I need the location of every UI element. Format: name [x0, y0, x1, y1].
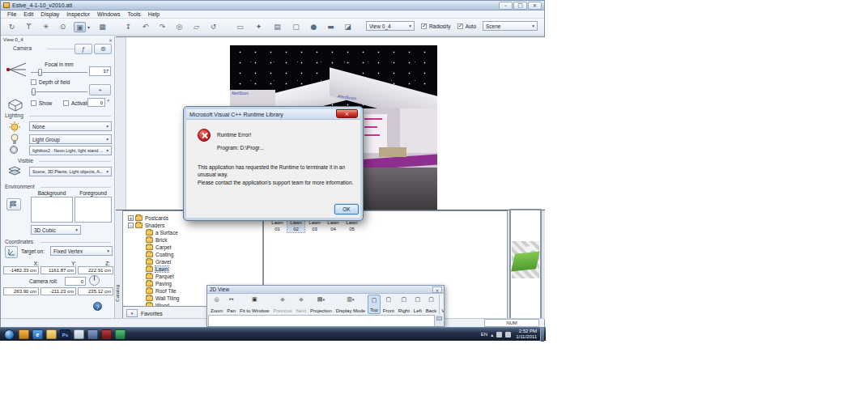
view2d-partial-button[interactable]: V	[439, 295, 445, 314]
menu-windows[interactable]: Windows	[97, 11, 120, 17]
y-position-field[interactable]: 1161.87 cm	[40, 266, 76, 274]
photoshop-app-icon[interactable]: Ps	[60, 329, 70, 339]
favorites-dropdown[interactable]: ▾	[126, 309, 138, 317]
dof-checkbox[interactable]: Depth of field	[31, 79, 70, 85]
ok-button[interactable]: OK	[334, 204, 359, 214]
z-target-field[interactable]: 235.12 cm	[78, 287, 113, 295]
scene-dropdown[interactable]: Scene ▾	[483, 21, 538, 31]
tree-item-gravel[interactable]: Gravel	[146, 258, 171, 265]
favorites-label[interactable]: Favorites	[141, 311, 163, 316]
view2d-right-button[interactable]: ▢Right	[397, 295, 411, 314]
mapping-dropdown[interactable]: 3D Cubic ▾	[31, 225, 81, 235]
show-checkbox[interactable]: Show	[31, 100, 52, 106]
marquee-icon[interactable]: ▭	[234, 22, 246, 32]
target-dropdown[interactable]: Fixed Vertex ▾	[50, 246, 113, 256]
foreground-swatch[interactable]	[74, 197, 112, 223]
tree-item-carpet[interactable]: Carpet	[146, 244, 172, 251]
visible-dropdown[interactable]: Scene, 3D Plants, Light objects, A... ▾	[29, 167, 112, 176]
tree-item-paving[interactable]: Paving	[146, 280, 172, 287]
tree-item-wall-tiling[interactable]: Wall Tiling	[146, 295, 179, 302]
dialog-title-bar[interactable]: Microsoft Visual C++ Runtime Library	[186, 109, 360, 120]
view2d-fit-button[interactable]: ▣Fit to Window	[238, 295, 270, 314]
view2d-projection-button[interactable]: ▤▾Projection	[308, 295, 334, 314]
camera-caret-icon[interactable]: ▾	[87, 24, 90, 30]
mail-app-icon[interactable]	[19, 329, 29, 339]
view2d-next-button[interactable]: ◆Next	[295, 295, 308, 314]
screen-icon[interactable]: ▬	[325, 22, 337, 32]
sunlight-dropdown[interactable]: None ▾	[29, 121, 112, 131]
view-dropdown[interactable]: View 0_4 ▾	[366, 21, 415, 31]
activate-checkbox[interactable]: Activate	[63, 100, 90, 106]
view2d-back-button[interactable]: ▢Back	[424, 295, 438, 314]
clock-icon[interactable]: ⊙	[57, 22, 69, 32]
folder-app-icon[interactable]	[46, 329, 57, 339]
tree-item-roof-tile[interactable]: Roof Tile	[146, 287, 177, 295]
render-icon[interactable]: ▱	[190, 22, 202, 32]
refresh-icon[interactable]: ↺	[207, 22, 219, 32]
expander-icon[interactable]: −	[128, 223, 134, 228]
tree-item-brick[interactable]: Brick	[146, 236, 167, 244]
sun-icon[interactable]: ☀	[40, 22, 52, 32]
focal-value-field[interactable]: 37	[89, 66, 111, 76]
tree-item-a-surface[interactable]: a Surface	[146, 229, 178, 236]
camera-settings-button[interactable]: ⊚	[94, 44, 112, 54]
tree-item-parquet[interactable]: Parquet	[146, 273, 174, 280]
x-target-field[interactable]: 263.90 cm	[3, 287, 39, 295]
auto-checkbox[interactable]: Auto	[457, 23, 476, 29]
expander-icon[interactable]: +	[128, 215, 134, 221]
help-button[interactable]: ?	[93, 302, 102, 311]
axis-button[interactable]	[5, 246, 18, 258]
view2d-close-button[interactable]: ×	[432, 287, 442, 293]
minimize-button[interactable]: –	[499, 2, 513, 10]
tree-item-shaders[interactable]: − Shaders	[128, 222, 164, 229]
focal-slider[interactable]	[31, 69, 87, 76]
pan-icon[interactable]: ↕	[122, 22, 134, 32]
panel-gutter[interactable]	[116, 37, 126, 210]
tray-expand-icon[interactable]: ▴	[491, 332, 493, 337]
clock[interactable]: 2:52 PM 1/11/2011	[516, 329, 537, 340]
view2d-canvas[interactable]	[208, 315, 435, 327]
environment-button[interactable]	[6, 198, 21, 210]
document-app-icon[interactable]	[74, 329, 84, 339]
view2d-front-button[interactable]: ▢Front	[381, 295, 396, 314]
undo-icon[interactable]: ↶	[139, 22, 151, 32]
view2d-display-mode-button[interactable]: ▥▾Display Mode	[334, 295, 367, 314]
dialog-close-button[interactable]: ×	[336, 109, 358, 118]
roll-dial-icon[interactable]	[88, 274, 100, 287]
palette-icon[interactable]: ◪	[342, 22, 354, 32]
camera-icon[interactable]: ▣	[74, 22, 86, 32]
dof-focus-button[interactable]: +	[89, 84, 111, 96]
view2d-title-bar[interactable]: 2D View	[207, 286, 444, 294]
catalog-tab[interactable]: Catalog	[115, 285, 120, 302]
effects-icon[interactable]: ✦	[253, 22, 265, 32]
x-position-field[interactable]: -1482.33 cm	[3, 266, 39, 274]
menu-inspector[interactable]: Inspector	[66, 11, 90, 17]
panel-close-icon[interactable]: ×	[108, 37, 113, 43]
tree-item-lawn[interactable]: Lawn	[146, 265, 168, 273]
grid-icon[interactable]: ▦	[96, 22, 108, 32]
auto-checkbox-box[interactable]	[457, 23, 463, 29]
menu-help[interactable]: Help	[148, 11, 160, 17]
radiosity-checkbox[interactable]: Radiosity	[421, 23, 451, 29]
wand-icon[interactable]: ϒ	[23, 22, 35, 32]
green-app-icon[interactable]	[115, 329, 126, 339]
crop-icon[interactable]: ▢	[290, 22, 302, 32]
view2d-pan-button[interactable]: ↔Pan	[225, 295, 237, 314]
y-target-field[interactable]: -211.23 cm	[40, 287, 76, 295]
image-icon[interactable]: ▤	[271, 22, 283, 32]
language-indicator[interactable]: EN	[481, 332, 487, 337]
view2d-left-button[interactable]: ▢Left	[412, 295, 423, 314]
show-desktop-button[interactable]	[540, 328, 544, 342]
camera-edit-button[interactable]: ƒ	[74, 44, 92, 54]
view2d-zoom-button[interactable]: ◎Zoom	[209, 295, 224, 314]
menu-tools[interactable]: Tools	[128, 11, 141, 17]
light-object-dropdown[interactable]: lightbox2 : Neon Light, light stand ... …	[29, 146, 112, 155]
menu-display[interactable]: Display	[40, 11, 59, 17]
internet-explorer-icon[interactable]: e	[32, 329, 43, 339]
close-button[interactable]: ×	[528, 2, 542, 10]
menu-edit[interactable]: Edit	[23, 11, 33, 17]
light-group-dropdown[interactable]: Light Group ▾	[29, 134, 112, 144]
orbit-icon[interactable]: ↻	[6, 22, 18, 32]
radiosity-checkbox-box[interactable]	[421, 23, 427, 29]
view2d-top-button[interactable]: ▢Top	[368, 295, 381, 314]
